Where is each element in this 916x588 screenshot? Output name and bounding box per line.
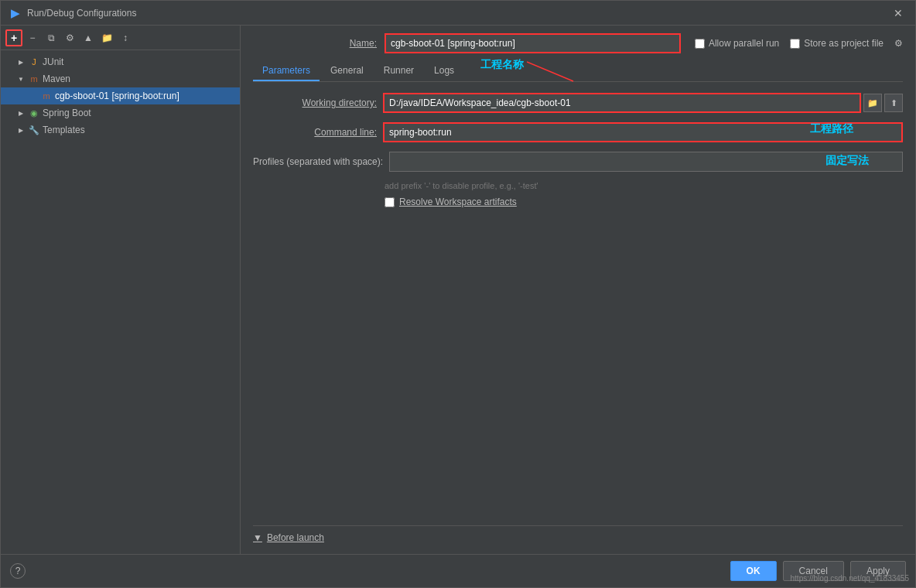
before-launch-section: ▼ Before launch — [253, 525, 903, 546]
tree-arrow-junit: ▶ — [16, 57, 26, 67]
store-as-project-label[interactable]: Store as project file — [790, 38, 884, 49]
allow-parallel-checkbox[interactable] — [695, 39, 705, 49]
tree-label-junit: JUnit — [43, 56, 63, 67]
spring-icon: ◉ — [29, 108, 39, 118]
working-directory-input[interactable] — [383, 93, 861, 113]
maven-icon: m — [29, 74, 39, 84]
tree-label-templates: Templates — [43, 125, 85, 135]
cgb-maven-icon: m — [41, 91, 52, 101]
working-directory-input-group: 📁 ⬆ — [383, 93, 903, 113]
tree-label-cgb: cgb-sboot-01 [spring-boot:run] — [55, 91, 179, 101]
junit-icon: J — [29, 56, 39, 67]
tree-item-springboot[interactable]: ▶ ◉ Spring Boot — [1, 104, 240, 121]
right-panel: Name: Allow parallel run Store as projec… — [241, 26, 915, 554]
tree-item-maven[interactable]: ▼ m Maven — [1, 70, 240, 87]
before-launch-label: Before launch — [267, 532, 324, 543]
name-input[interactable] — [385, 33, 681, 53]
open-dir-button[interactable]: ⬆ — [884, 94, 903, 112]
command-line-input[interactable] — [383, 122, 903, 142]
main-content: + − ⧉ ⚙ ▲ 📁 ↕ ▶ J JUnit ▼ m Mav — [1, 26, 915, 554]
sort-button[interactable]: ↕ — [117, 29, 134, 46]
name-options: Allow parallel run Store as project file… — [695, 38, 903, 49]
copy-button[interactable]: ⧉ — [43, 29, 60, 46]
dialog-title: Run/Debug Configurations — [27, 8, 136, 19]
name-label: Name: — [253, 38, 377, 49]
config-tree: ▶ J JUnit ▼ m Maven m cgb-sboot-01 [spri… — [1, 50, 240, 554]
before-launch-arrow: ▼ — [253, 532, 262, 543]
up-button[interactable]: ▲ — [80, 29, 97, 46]
tab-general[interactable]: General — [321, 61, 373, 81]
tree-arrow-maven: ▼ — [16, 74, 26, 84]
ok-button[interactable]: OK — [730, 561, 777, 581]
tree-arrow-templates: ▶ — [16, 125, 26, 135]
tree-label-springboot: Spring Boot — [43, 108, 91, 118]
tab-runner[interactable]: Runner — [374, 61, 423, 81]
remove-button[interactable]: − — [24, 29, 41, 46]
command-line-label: Command line: — [253, 127, 377, 138]
allow-parallel-label[interactable]: Allow parallel run — [695, 38, 779, 49]
bottom-bar: ? OK Cancel Apply — [1, 554, 915, 587]
tab-logs[interactable]: Logs — [425, 61, 463, 81]
run-debug-icon: ▶ — [9, 7, 21, 19]
profiles-input[interactable] — [389, 152, 903, 172]
tree-arrow-springboot: ▶ — [16, 108, 26, 118]
resolve-workspace-label: Resolve Workspace artifacts — [399, 197, 517, 207]
name-row: Name: Allow parallel run Store as projec… — [253, 33, 903, 53]
tab-parameters[interactable]: Parameters — [253, 61, 320, 81]
working-directory-label: Working directory: — [253, 97, 377, 108]
resolve-workspace-row: Resolve Workspace artifacts — [253, 197, 903, 207]
left-panel: + − ⧉ ⚙ ▲ 📁 ↕ ▶ J JUnit ▼ m Mav — [1, 26, 241, 554]
folder-button[interactable]: 📁 — [98, 29, 115, 46]
profiles-hint: add prefix '-' to disable profile, e.g.,… — [253, 181, 903, 190]
working-directory-row: Working directory: 📁 ⬆ — [253, 93, 903, 113]
title-bar: ▶ Run/Debug Configurations ✕ — [1, 1, 915, 26]
tree-arrow-cgb — [29, 91, 38, 101]
store-as-project-checkbox[interactable] — [790, 39, 800, 49]
add-button[interactable]: + — [5, 29, 22, 46]
browse-folder-button[interactable]: 📁 — [863, 94, 882, 112]
close-button[interactable]: ✕ — [889, 5, 907, 21]
tree-item-templates[interactable]: ▶ 🔧 Templates — [1, 121, 240, 138]
tree-item-junit[interactable]: ▶ J JUnit — [1, 53, 240, 70]
help-button[interactable]: ? — [10, 563, 26, 579]
tabs-row: Parameters General Runner Logs — [253, 61, 903, 82]
watermark: https://blog.csdn.net/qq_41833455 — [791, 574, 909, 583]
run-debug-dialog: ▶ Run/Debug Configurations ✕ + − ⧉ ⚙ ▲ 📁… — [0, 0, 916, 588]
toolbar: + − ⧉ ⚙ ▲ 📁 ↕ — [1, 26, 240, 50]
tree-item-cgb[interactable]: m cgb-sboot-01 [spring-boot:run] — [1, 87, 240, 104]
resolve-workspace-checkbox[interactable] — [385, 197, 395, 207]
tree-label-maven: Maven — [43, 74, 70, 84]
before-launch-header[interactable]: ▼ Before launch — [253, 532, 903, 543]
profiles-row: Profiles (separated with space): — [253, 152, 903, 172]
profiles-label: Profiles (separated with space): — [253, 156, 383, 167]
command-line-row: Command line: — [253, 122, 903, 142]
settings-button[interactable]: ⚙ — [61, 29, 78, 46]
store-gear-icon: ⚙ — [894, 38, 903, 49]
title-bar-left: ▶ Run/Debug Configurations — [9, 7, 136, 19]
templates-icon: 🔧 — [29, 125, 39, 135]
